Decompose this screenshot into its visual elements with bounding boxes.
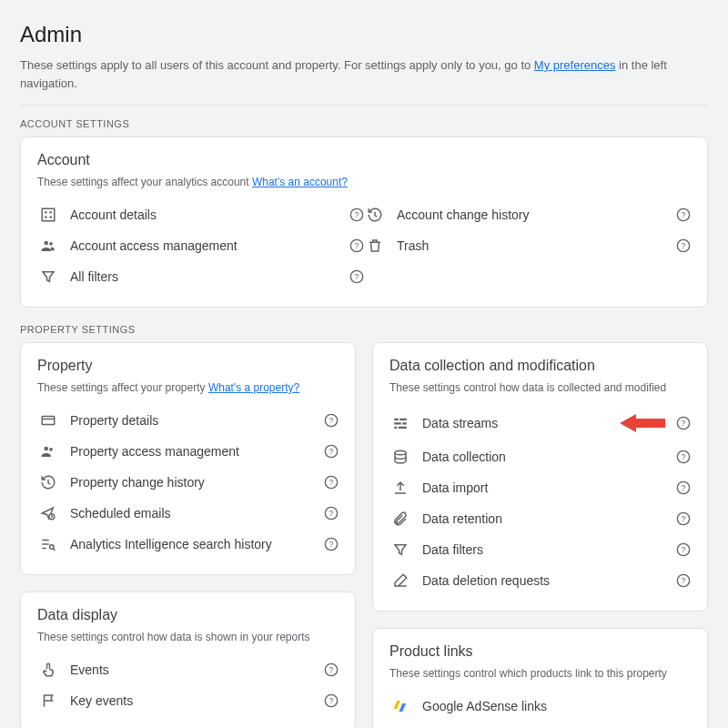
data-filters-row[interactable]: Data filters ? [389, 534, 691, 565]
svg-text:?: ? [329, 665, 334, 674]
svg-rect-17 [42, 417, 55, 425]
svg-text:?: ? [682, 545, 686, 554]
search-list-icon [37, 536, 59, 552]
svg-text:?: ? [329, 478, 334, 487]
filter-icon [389, 541, 411, 558]
account-card: Account These settings affect your analy… [20, 136, 708, 308]
stream-icon [389, 415, 411, 431]
account-card-desc: These settings affect your analytics acc… [37, 176, 691, 188]
row-label: Data streams [422, 416, 602, 430]
property-details-row[interactable]: Property details ? [37, 405, 339, 436]
help-icon[interactable]: ? [324, 506, 339, 521]
help-icon[interactable]: ? [324, 413, 339, 428]
svg-text:?: ? [355, 210, 359, 219]
property-card-title: Property [37, 358, 339, 374]
clip-icon [389, 511, 411, 527]
svg-text:?: ? [682, 576, 686, 585]
help-icon[interactable]: ? [349, 269, 364, 284]
svg-text:?: ? [682, 514, 686, 523]
help-icon[interactable]: ? [676, 238, 691, 253]
whats-a-property-link[interactable]: What's a property? [208, 381, 299, 394]
data-import-row[interactable]: Data import ? [389, 472, 691, 503]
account-details-row[interactable]: Account details ? [37, 199, 364, 230]
svg-rect-41 [399, 427, 407, 429]
row-label: Data filters [422, 542, 665, 557]
intro-prefix: These settings apply to all users of thi… [20, 58, 534, 72]
svg-point-45 [395, 450, 406, 455]
help-icon[interactable]: ? [676, 542, 691, 557]
account-access-row[interactable]: Account access management ? [37, 230, 364, 261]
svg-text:?: ? [329, 447, 334, 456]
key-events-row[interactable]: Key events ? [37, 685, 339, 716]
database-icon [389, 449, 411, 465]
svg-text:?: ? [682, 483, 686, 492]
data-collection-row[interactable]: Data collection ? [389, 441, 691, 472]
product-links-title: Product links [389, 643, 691, 660]
row-label: Analytics Intelligence search history [70, 537, 313, 551]
svg-text:?: ? [329, 416, 334, 425]
events-row[interactable]: Events ? [37, 654, 339, 685]
row-label: Data collection [422, 450, 665, 464]
all-filters-row[interactable]: All filters ? [37, 261, 364, 292]
history-icon [37, 474, 59, 490]
svg-text:?: ? [329, 696, 334, 705]
help-icon[interactable]: ? [676, 480, 691, 495]
adsense-icon [389, 698, 411, 714]
intelligence-history-row[interactable]: Analytics Intelligence search history ? [37, 529, 339, 560]
help-icon[interactable]: ? [349, 238, 364, 253]
card-icon [37, 412, 59, 429]
scheduled-emails-row[interactable]: Scheduled emails ? [37, 498, 339, 529]
svg-point-20 [45, 447, 49, 451]
adsense-links-row[interactable]: Google AdSense links [389, 691, 691, 722]
history-icon [364, 207, 386, 223]
filter-icon [37, 268, 59, 285]
data-retention-row[interactable]: Data retention ? [389, 503, 691, 534]
page-title: Admin [20, 22, 708, 47]
row-label: All filters [70, 269, 339, 284]
help-icon[interactable]: ? [324, 662, 339, 677]
help-icon[interactable]: ? [676, 416, 691, 430]
help-icon[interactable]: ? [324, 693, 339, 708]
svg-text:?: ? [355, 241, 359, 250]
row-label: Google AdSense links [422, 699, 691, 713]
trash-row[interactable]: Trash ? [364, 230, 691, 261]
property-settings-heading: PROPERTY SETTINGS [20, 324, 708, 335]
touch-icon [37, 662, 59, 678]
data-collection-card: Data collection and modification These s… [372, 342, 708, 612]
help-icon[interactable]: ? [676, 511, 691, 526]
help-icon[interactable]: ? [676, 207, 691, 222]
divider [20, 105, 708, 106]
whats-an-account-link[interactable]: What's an account? [252, 176, 348, 188]
data-display-title: Data display [37, 607, 339, 623]
my-preferences-link[interactable]: My preferences [534, 58, 616, 72]
help-icon[interactable]: ? [324, 475, 339, 490]
help-icon[interactable]: ? [324, 537, 339, 551]
property-access-row[interactable]: Property access management ? [37, 436, 339, 467]
svg-text:?: ? [682, 452, 686, 461]
svg-point-7 [45, 241, 49, 246]
help-icon[interactable]: ? [676, 450, 691, 464]
intro-text: These settings apply to all users of thi… [20, 56, 708, 92]
row-label: Data import [422, 480, 665, 495]
data-display-card: Data display These settings control how … [20, 592, 356, 728]
data-collection-title: Data collection and modification [389, 358, 691, 374]
property-history-row[interactable]: Property change history ? [37, 467, 339, 498]
row-label: Trash [397, 238, 665, 253]
row-label: Account change history [397, 207, 665, 222]
help-icon[interactable]: ? [324, 444, 339, 459]
data-deletion-row[interactable]: Data deletion requests ? [389, 565, 691, 596]
row-label: Key events [70, 693, 313, 708]
help-icon[interactable]: ? [676, 573, 691, 588]
row-label: Property change history [70, 475, 313, 490]
row-label: Account access management [70, 238, 339, 253]
svg-rect-4 [50, 217, 52, 218]
svg-rect-37 [399, 419, 407, 420]
product-links-card: Product links These settings control whi… [372, 628, 708, 728]
help-icon[interactable]: ? [349, 207, 364, 222]
svg-rect-39 [402, 422, 407, 424]
svg-rect-0 [42, 208, 55, 221]
change-history-row[interactable]: Account change history ? [364, 199, 691, 230]
data-streams-row[interactable]: Data streams ? [389, 405, 691, 441]
svg-text:?: ? [682, 241, 686, 250]
svg-rect-2 [50, 211, 52, 213]
